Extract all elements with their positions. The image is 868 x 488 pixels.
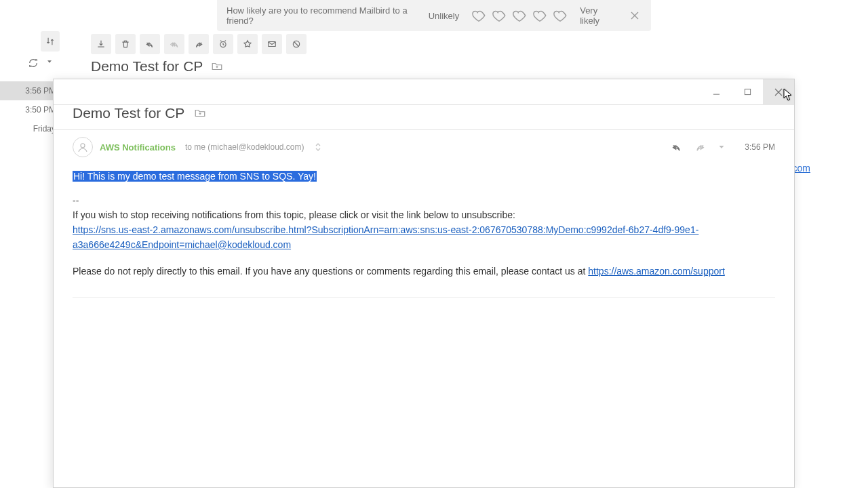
mark-read-button[interactable] xyxy=(262,34,282,54)
svg-rect-3 xyxy=(745,89,750,94)
survey-hearts xyxy=(471,8,568,23)
pane-header: Demo Test for CP xyxy=(54,104,794,130)
heart-icon[interactable] xyxy=(512,8,527,23)
star-button[interactable] xyxy=(237,34,258,54)
message-toolbar xyxy=(91,34,307,54)
bg-subject-row: Demo Test for CP xyxy=(91,58,223,75)
survey-label-high: Very likely xyxy=(580,5,616,26)
divider xyxy=(73,297,775,298)
message-time: 3:56 PM xyxy=(745,142,775,152)
heart-icon[interactable] xyxy=(553,8,568,23)
list-item-time: Friday xyxy=(33,124,56,134)
folder-plus-icon[interactable] xyxy=(194,107,206,119)
minimize-button[interactable] xyxy=(701,79,732,105)
survey-question: How likely are you to recommend Mailbird… xyxy=(226,5,416,26)
avatar xyxy=(73,137,93,157)
pane-subject: Demo Test for CP xyxy=(73,105,184,121)
survey-banner: How likely are you to recommend Mailbird… xyxy=(217,0,651,31)
sender-name[interactable]: AWS Notifications xyxy=(100,142,176,152)
reply-icon[interactable] xyxy=(669,142,685,152)
chevron-down-icon[interactable] xyxy=(715,143,728,151)
close-icon[interactable] xyxy=(628,9,642,22)
body-highlighted-text: Hi! This is my demo test message from SN… xyxy=(73,171,317,182)
message-window: Demo Test for CP AWS Notifications to me… xyxy=(53,79,795,488)
body-noreply-text: Please do not reply directly to this ema… xyxy=(73,266,588,277)
unsubscribe-link[interactable]: https://sns.us-east-2.amazonaws.com/unsu… xyxy=(73,224,698,250)
archive-button[interactable] xyxy=(91,34,111,54)
forward-button[interactable] xyxy=(189,34,209,54)
forward-icon[interactable] xyxy=(692,142,708,152)
sort-button[interactable] xyxy=(41,31,60,52)
list-item[interactable]: Friday xyxy=(0,119,61,138)
message-body: Hi! This is my demo test message from SN… xyxy=(54,157,794,310)
expand-icon[interactable] xyxy=(315,142,321,152)
reply-button[interactable] xyxy=(140,34,160,54)
support-link[interactable]: https://aws.amazon.com/support xyxy=(588,266,725,277)
list-item[interactable]: 3:50 PM xyxy=(0,100,61,119)
page-title: Demo Test for CP xyxy=(91,58,203,75)
list-item[interactable]: 3:56 PM xyxy=(0,81,61,100)
close-button[interactable] xyxy=(763,79,794,105)
heart-icon[interactable] xyxy=(471,8,486,23)
body-separator: -- xyxy=(73,194,775,209)
survey-label-low: Unlikely xyxy=(429,11,460,21)
message-list: 3:56 PM 3:50 PM Friday xyxy=(0,81,61,138)
reply-all-button[interactable] xyxy=(164,34,184,54)
window-titlebar xyxy=(54,79,794,105)
list-item-time: 3:50 PM xyxy=(25,105,56,115)
snooze-button[interactable] xyxy=(213,34,233,54)
refresh-icon[interactable] xyxy=(28,58,38,68)
folder-plus-icon[interactable] xyxy=(211,60,223,73)
delete-button[interactable] xyxy=(115,34,136,54)
block-button[interactable] xyxy=(286,34,307,54)
recipient-label: to me (michael@kodekloud.com) xyxy=(185,142,304,152)
maximize-button[interactable] xyxy=(732,79,763,105)
heart-icon[interactable] xyxy=(492,8,507,23)
body-unsub-intro: If you wish to stop receiving notificati… xyxy=(73,208,775,223)
chevron-down-icon[interactable] xyxy=(46,58,53,68)
list-item-time: 3:56 PM xyxy=(25,86,56,96)
pane-meta: AWS Notifications to me (michael@kodeklo… xyxy=(54,130,794,157)
heart-icon[interactable] xyxy=(532,8,547,23)
svg-point-4 xyxy=(81,144,85,148)
